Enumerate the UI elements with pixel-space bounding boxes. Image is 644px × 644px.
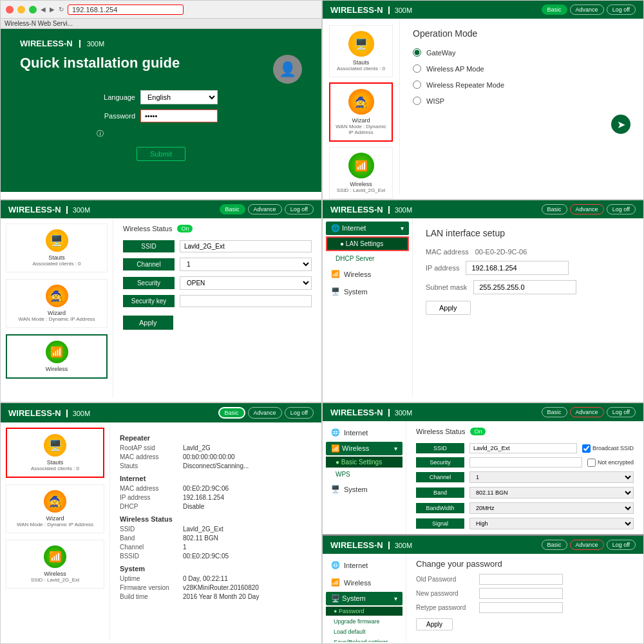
language-select[interactable]: English (140, 90, 218, 104)
wbasic-toggle[interactable]: On (470, 428, 486, 435)
wbasic-signal-select[interactable]: High (469, 518, 634, 529)
subnet-input[interactable] (473, 280, 576, 294)
security-select[interactable]: OPEN (180, 276, 312, 290)
wbasic-settings-sub[interactable]: ● Basic Settings (326, 457, 402, 468)
minimize-btn[interactable] (17, 6, 25, 14)
close-btn[interactable] (6, 6, 14, 14)
system-nav-label: System (344, 288, 368, 296)
st-wireless-card[interactable]: 📶 Wireless SSID : Lavld_2G_Ext (6, 540, 104, 589)
repeater-radio[interactable]: Wireless Repeater Mode (413, 80, 630, 89)
back-icon[interactable]: ◀ (41, 6, 46, 13)
ws-logoff-btn[interactable]: Log off (285, 204, 314, 214)
wbasic-basic-btn[interactable]: Basic (542, 407, 567, 417)
save-reload-nav[interactable]: Save/Reload settings (326, 638, 402, 642)
submit-button[interactable]: Submit (137, 147, 185, 161)
ap-mode-radio[interactable]: Wireless AP Mode (413, 64, 630, 73)
wbasic-advance-btn[interactable]: Advance (570, 407, 604, 417)
wbasic-signal-label: Signal (416, 518, 464, 529)
wireless-nav[interactable]: 📶 Wireless (326, 266, 409, 282)
ws-stauts-card[interactable]: 🖥️ Stauts Associated clients : 0 (6, 223, 108, 272)
basic-btn[interactable]: Basic (542, 5, 567, 15)
old-pwd-input[interactable] (479, 574, 563, 585)
wbasic-channel-select[interactable]: 1 (469, 471, 634, 483)
dhcp-server-nav[interactable]: DHCP Server (326, 252, 409, 265)
wizard-card[interactable]: 🧙 Wizard WAN Mode : Dynamic IP Address (329, 82, 393, 142)
wireless-label: Wireless (335, 181, 387, 187)
pwd-internet-icon: 🌐 (331, 561, 340, 569)
ws-advance-btn[interactable]: Advance (248, 204, 282, 214)
ws-wizard-card[interactable]: 🧙 Wizard WAN Mode : Dynamic IP Address (6, 279, 108, 328)
int-dhcp-row: DHCP Disable (120, 503, 312, 510)
ws-basic-btn[interactable]: Basic (220, 204, 245, 214)
wisp-radio[interactable]: WISP (413, 97, 630, 105)
ip-input[interactable] (466, 261, 569, 275)
wbasic-wireless-label: 📶 Wireless (331, 444, 369, 453)
pwd-basic-btn[interactable]: Basic (542, 540, 567, 550)
st-stauts-label: Stauts (12, 459, 98, 466)
status-header-btns: Basic Advance Log off (218, 407, 314, 419)
password-input[interactable] (140, 109, 218, 122)
refresh-icon[interactable]: ↻ (59, 6, 64, 13)
pwd-internet-nav[interactable]: 🌐 Internet (326, 557, 402, 573)
wireless-card[interactable]: 📶 Wireless SSID : Lavld_2G_Ext (329, 147, 393, 199)
rootap-val: Lavld_2G (183, 444, 211, 451)
st-wizard-label: Wizard (12, 515, 99, 522)
wbasic-ssid-label: SSID (416, 443, 464, 453)
login-form: Language English Password ⓘ Submit (97, 90, 225, 161)
upgrade-firmware-nav[interactable]: Upgrade firmware (326, 617, 402, 626)
pwd-password-sub[interactable]: ● Password (326, 607, 402, 616)
lan-apply-button[interactable]: Apply (426, 301, 471, 315)
wbasic-wireless-nav[interactable]: 📶 Wireless ▾ (326, 442, 402, 455)
status-logoff-btn[interactable]: Log off (285, 407, 314, 419)
st-wizard-card[interactable]: 🧙 Wizard WAN Mode : Dynamic IP Address (6, 484, 104, 533)
pwd-logoff-btn[interactable]: Log off (607, 540, 636, 550)
pwd-system-nav[interactable]: 🖥️ System ▾ (326, 592, 402, 605)
lan-settings-nav[interactable]: ● LAN Settings (326, 236, 409, 251)
wbasic-internet-nav[interactable]: 🌐 Internet (326, 424, 402, 440)
new-pwd-input[interactable] (479, 588, 563, 599)
seckey-input[interactable] (180, 295, 312, 307)
channel-select[interactable]: 1 (180, 258, 312, 271)
wbasic-security-input[interactable] (469, 457, 582, 468)
load-default-nav[interactable]: Load default (326, 627, 402, 636)
ws-content: 🖥️ Stauts Associated clients : 0 🧙 Wizar… (1, 218, 321, 397)
sys-uptime-key: Uptime (120, 575, 178, 582)
gateway-radio[interactable]: GateWay (413, 48, 630, 57)
maximize-btn[interactable] (29, 6, 37, 14)
pwd-wireless-nav[interactable]: 📶 Wireless (326, 574, 402, 591)
wizard-label: Wizard (336, 117, 386, 124)
retype-pwd-input[interactable] (479, 602, 563, 613)
int-dhcp-key: DHCP (120, 503, 178, 510)
status-advance-btn[interactable]: Advance (248, 407, 282, 419)
system-title: System (120, 565, 312, 573)
wbasic-bw-select[interactable]: 20MHz (469, 502, 634, 514)
lan-logoff-btn[interactable]: Log off (607, 204, 636, 214)
lan-advance-btn[interactable]: Advance (570, 204, 604, 214)
stauts-card[interactable]: 🖥️ Stauts Associated clients : 0 (329, 25, 393, 77)
pwd-wireless-icon: 📶 (331, 578, 340, 587)
system-nav[interactable]: 🖥️ System (326, 283, 409, 299)
internet-nav[interactable]: 🌐 Internet ▾ (326, 222, 409, 235)
wbasic-band-select[interactable]: 802.11 BGN (469, 487, 634, 498)
monitor-icon: 🖥️ (348, 31, 374, 57)
wbasic-system-nav[interactable]: 🖥️ System (326, 481, 402, 497)
logoff-btn[interactable]: Log off (607, 5, 636, 15)
int-mac-key: MAC address (120, 485, 178, 492)
ws-toggle[interactable]: On (177, 225, 193, 232)
next-button[interactable]: ➤ (611, 115, 630, 134)
ssid-input[interactable] (180, 240, 312, 252)
lan-basic-btn[interactable]: Basic (542, 204, 567, 214)
wbasic-ssid-input[interactable] (469, 443, 577, 453)
forward-icon[interactable]: ▶ (50, 6, 55, 13)
url-bar[interactable] (68, 5, 184, 15)
wps-nav[interactable]: WPS (326, 469, 402, 480)
pwd-advance-btn[interactable]: Advance (570, 540, 604, 550)
ws-apply-button[interactable]: Apply (123, 316, 173, 330)
ws-wireless-icon: 📶 (46, 341, 68, 363)
wbasic-logoff-btn[interactable]: Log off (607, 407, 636, 417)
advance-btn[interactable]: Advance (570, 5, 604, 15)
ws-wireless-card[interactable]: 📶 Wireless (6, 334, 108, 379)
status-basic-btn[interactable]: Basic (218, 407, 245, 419)
pwd-apply-button[interactable]: Apply (416, 618, 453, 630)
st-stauts-card[interactable]: 🖥️ Stauts Associated clients : 0 (6, 428, 104, 478)
